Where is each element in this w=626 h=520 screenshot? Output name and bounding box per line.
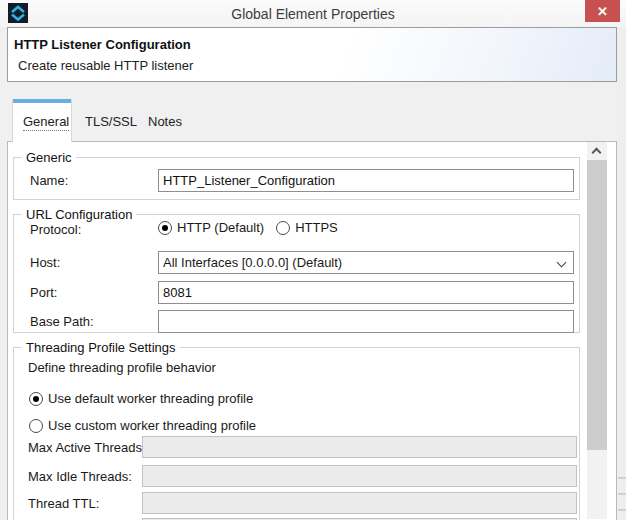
global-element-properties-dialog: Global Element Properties ✕ HTTP Listene… (0, 0, 626, 520)
tab-general-label: General (23, 114, 69, 131)
group-generic-legend: Generic (22, 150, 76, 165)
name-label: Name: (30, 173, 68, 188)
window-titlebar: Global Element Properties ✕ (0, 0, 626, 27)
port-input[interactable] (158, 281, 574, 304)
port-label: Port: (30, 285, 57, 300)
http-radio-label: HTTP (Default) (177, 220, 264, 235)
base-path-label: Base Path: (30, 314, 94, 329)
host-selected-value: All Interfaces [0.0.0.0] (Default) (163, 255, 342, 270)
group-url-legend: URL Configuration (22, 207, 136, 222)
tab-notes-label: Notes (148, 114, 182, 129)
scrollbar-thumb[interactable] (587, 160, 607, 450)
chevron-up-icon (592, 148, 602, 158)
background-window-fragment (618, 509, 626, 511)
background-window-fragment (618, 493, 626, 495)
thread-ttl-input (142, 492, 577, 514)
custom-profile-label: Use custom worker threading profile (48, 418, 256, 433)
tab-general[interactable]: General (12, 99, 72, 142)
tab-tls-ssl[interactable]: TLS/SSL (85, 99, 133, 141)
host-label: Host: (30, 255, 60, 270)
vertical-scrollbar[interactable] (587, 142, 607, 519)
max-active-threads-label: Max Active Threads: (28, 440, 146, 455)
chevron-down-icon (557, 258, 567, 268)
default-profile-option: Use default worker threading profile (29, 391, 253, 406)
close-icon: ✕ (597, 4, 608, 19)
page-title: HTTP Listener Configuration (14, 37, 191, 52)
tab-notes[interactable]: Notes (148, 99, 188, 141)
scroll-up-button[interactable] (587, 142, 607, 159)
max-idle-threads-input (142, 465, 577, 487)
group-threading-legend: Threading Profile Settings (22, 340, 180, 355)
default-profile-radio[interactable] (29, 392, 43, 406)
protocol-radio-group: HTTP (Default) HTTPS (158, 220, 338, 235)
host-select[interactable]: All Interfaces [0.0.0.0] (Default) (158, 251, 574, 274)
dialog-header: HTTP Listener Configuration Create reusa… (7, 27, 617, 82)
page-subtitle: Create reusable HTTP listener (18, 58, 193, 73)
threading-description: Define threading profile behavior (28, 360, 216, 375)
max-idle-threads-label: Max Idle Threads: (28, 469, 132, 484)
name-input[interactable] (158, 169, 574, 192)
window-right-edge (617, 27, 626, 520)
close-button[interactable]: ✕ (585, 0, 620, 22)
custom-profile-option: Use custom worker threading profile (29, 418, 256, 433)
default-profile-label: Use default worker threading profile (48, 391, 253, 406)
max-active-threads-input (142, 436, 577, 458)
background-window-fragment (618, 477, 626, 479)
tab-tls-ssl-label: TLS/SSL (85, 114, 137, 129)
https-radio-label: HTTPS (295, 220, 338, 235)
protocol-label: Protocol: (30, 222, 81, 237)
thread-ttl-label: Thread TTL: (28, 496, 99, 511)
window-title: Global Element Properties (0, 6, 626, 22)
http-radio[interactable] (158, 221, 172, 235)
base-path-input[interactable] (158, 310, 574, 333)
custom-profile-radio[interactable] (29, 419, 43, 433)
https-radio[interactable] (276, 221, 290, 235)
active-tab-accent-bar (13, 99, 71, 103)
